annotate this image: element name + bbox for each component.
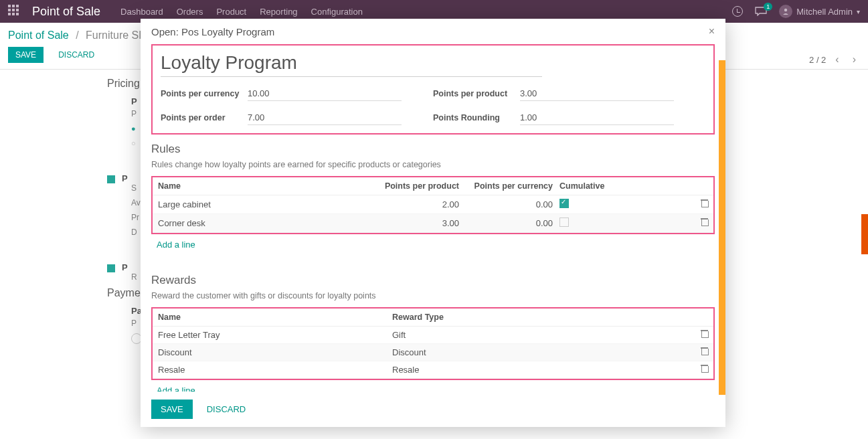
modal-title: Open: Pos Loyalty Program — [151, 26, 274, 37]
modal-save-button[interactable]: SAVE — [151, 400, 193, 419]
rules-col-ppc[interactable]: Points per currency — [472, 181, 559, 191]
points-rounding-input[interactable] — [520, 110, 674, 125]
rules-col-name[interactable]: Name — [158, 181, 319, 191]
loyalty-main-fields: Points per currency Points per product P… — [151, 44, 715, 135]
nav-configuration[interactable]: Configuration — [311, 7, 363, 17]
rewards-col-type[interactable]: Reward Type — [392, 313, 626, 322]
nav-orders[interactable]: Orders — [177, 7, 203, 17]
modal-discard-button[interactable]: DISCARD — [198, 400, 255, 419]
checkbox-unchecked[interactable] — [559, 217, 569, 227]
points-per-currency-label: Points per currency — [161, 89, 248, 98]
rewards-add-line[interactable]: Add a line — [151, 380, 715, 391]
rules-row[interactable]: Large cabinet 2.00 0.00 — [153, 195, 713, 214]
messaging-badge: 1 — [764, 3, 772, 11]
radio-icon: ○ — [131, 139, 136, 147]
pager: 2 / 2 ‹ › — [809, 52, 860, 67]
nav-dashboard[interactable]: Dashboard — [120, 7, 163, 17]
app-brand[interactable]: Point of Sale — [32, 5, 100, 19]
rules-title: Rules — [151, 143, 715, 156]
check-icon: ● — [131, 124, 136, 133]
rewards-row[interactable]: Resale Resale — [153, 361, 713, 379]
rules-col-ppp[interactable]: Points per product — [319, 181, 472, 191]
checkbox-checked[interactable] — [107, 264, 115, 272]
rewards-row[interactable]: Free Letter Tray Gift — [153, 327, 713, 344]
breadcrumb-root[interactable]: Point of Sale — [8, 29, 69, 41]
rewards-desc: Reward the customer with gifts or discou… — [151, 291, 715, 300]
rules-add-line[interactable]: Add a line — [151, 234, 715, 255]
close-icon[interactable]: × — [709, 25, 715, 37]
messaging-icon[interactable]: 1 — [755, 7, 767, 16]
svg-point-0 — [784, 9, 787, 11]
pager-text: 2 / 2 — [809, 55, 826, 65]
points-per-currency-input[interactable] — [248, 86, 402, 101]
rules-desc: Rules change how loyalty points are earn… — [151, 160, 715, 169]
side-tab[interactable] — [861, 214, 868, 254]
checkbox-checked[interactable] — [107, 175, 115, 183]
nav-reporting[interactable]: Reporting — [260, 7, 297, 17]
avatar — [779, 5, 792, 18]
loyalty-modal: Open: Pos Loyalty Program × Points per c… — [141, 19, 725, 427]
pager-next[interactable]: › — [849, 52, 860, 67]
points-rounding-label: Points Rounding — [433, 113, 520, 122]
points-per-product-input[interactable] — [520, 86, 674, 101]
trash-icon[interactable] — [701, 347, 708, 355]
rewards-row[interactable]: Discount Discount — [153, 344, 713, 361]
nav-product[interactable]: Product — [216, 7, 246, 17]
points-per-order-input[interactable] — [248, 110, 402, 125]
trash-icon[interactable] — [701, 199, 708, 207]
trash-icon[interactable] — [701, 365, 708, 373]
rules-row[interactable]: Corner desk 3.00 0.00 — [153, 214, 713, 233]
rewards-table: Name Reward Type Free Letter Tray Gift D… — [151, 307, 715, 380]
user-menu[interactable]: Mitchell Admin ▾ — [779, 5, 860, 18]
program-name-input[interactable] — [161, 51, 542, 77]
save-button[interactable]: SAVE — [8, 47, 44, 63]
checkbox-checked[interactable] — [559, 199, 569, 208]
rewards-title: Rewards — [151, 274, 715, 287]
user-name: Mitchell Admin — [796, 7, 853, 17]
apps-icon[interactable] — [8, 5, 21, 18]
discard-button[interactable]: DISCARD — [52, 48, 101, 62]
trash-icon[interactable] — [701, 218, 708, 226]
pager-prev[interactable]: ‹ — [831, 52, 843, 67]
rules-col-cum[interactable]: Cumulative — [559, 181, 626, 191]
activity-icon[interactable] — [732, 6, 743, 17]
chevron-down-icon: ▾ — [857, 8, 860, 15]
trash-icon[interactable] — [701, 330, 708, 338]
points-per-product-label: Points per product — [433, 89, 520, 98]
rewards-col-name[interactable]: Name — [158, 313, 392, 322]
rules-table: Name Points per product Points per curre… — [151, 176, 715, 234]
points-per-order-label: Points per order — [161, 113, 248, 122]
